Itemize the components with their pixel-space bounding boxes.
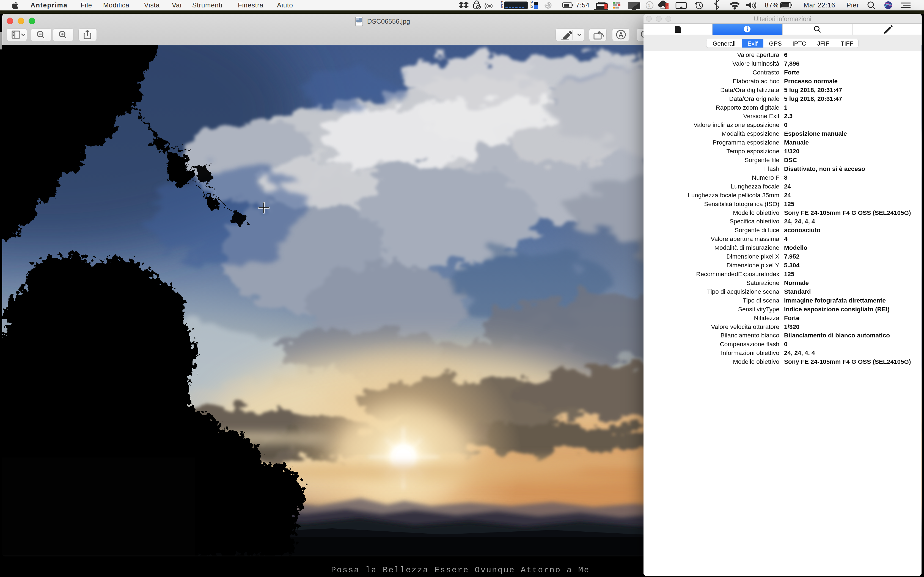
svg-text:M: M	[530, 6, 533, 9]
svg-text:d: d	[648, 3, 651, 8]
svg-text:U: U	[501, 6, 503, 9]
